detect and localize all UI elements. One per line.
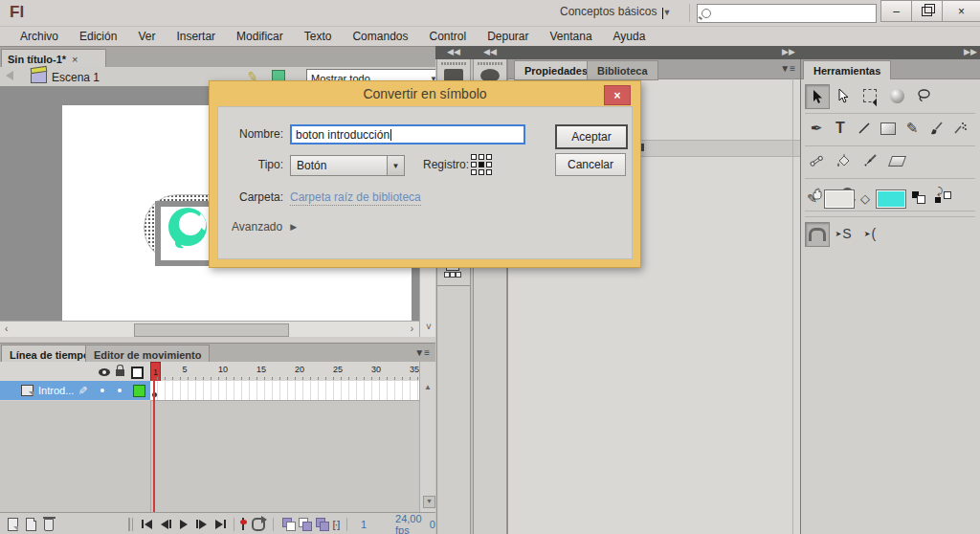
scroll-down-icon[interactable]: ▼ [423, 496, 435, 508]
registration-grid[interactable] [471, 154, 492, 175]
pane-resize-grip[interactable] [128, 518, 133, 531]
menu-modificar[interactable]: Modificar [226, 30, 294, 43]
layer-row[interactable]: Introd... ✎ [0, 381, 150, 400]
lock-layers-icon[interactable] [116, 369, 124, 376]
layer-name[interactable]: Introd... [38, 385, 74, 396]
dock-grip[interactable] [478, 62, 502, 65]
straighten-option[interactable]: ➤( [858, 222, 881, 245]
smooth-option[interactable]: ➤S [832, 222, 855, 245]
scroll-left-icon[interactable]: ‹ [5, 323, 8, 334]
registration-cell[interactable] [486, 162, 492, 167]
subselection-tool[interactable] [832, 84, 855, 107]
rectangle-tool[interactable] [877, 117, 900, 140]
lasso-tool[interactable] [912, 84, 935, 107]
brush-tool[interactable] [924, 117, 947, 140]
registration-cell[interactable] [486, 169, 492, 175]
tab-propiedades[interactable]: Propiedades [514, 60, 598, 80]
search-input[interactable] [711, 6, 876, 21]
close-button[interactable]: × [942, 0, 980, 22]
layer-visible-dot[interactable] [100, 389, 104, 392]
snap-to-objects-toggle[interactable] [805, 222, 830, 247]
layer-outline-color[interactable] [133, 385, 145, 397]
menu-comandos[interactable]: Comandos [342, 30, 418, 43]
help-search[interactable] [697, 4, 877, 23]
onion-skin-button[interactable] [282, 518, 291, 530]
play-button[interactable] [180, 520, 188, 529]
tab-biblioteca[interactable]: Biblioteca [587, 60, 658, 80]
delete-layer-button[interactable] [44, 519, 53, 531]
accept-button[interactable]: Aceptar [555, 124, 628, 149]
symbol-type-dropdown[interactable]: Botón ▼ [290, 155, 405, 176]
playhead-line[interactable] [153, 381, 155, 512]
library-root-folder-link[interactable]: Carpeta raíz de biblioteca [290, 190, 421, 206]
go-to-last-frame-button[interactable] [215, 520, 226, 529]
loop-button[interactable] [252, 518, 266, 531]
scroll-down-icon[interactable]: ˅ [426, 322, 432, 332]
document-tab[interactable]: Sin título-1* × [1, 49, 106, 69]
registration-cell-selected[interactable] [479, 162, 484, 167]
pencil-tool[interactable]: ✎ [901, 117, 924, 140]
fill-color-swatch[interactable] [876, 189, 906, 209]
scene-breadcrumb[interactable]: Escena 1 [52, 71, 100, 84]
selection-tool[interactable] [805, 84, 830, 109]
timeline-vertical-scrollbar[interactable]: ▲ ▼ [419, 362, 436, 512]
pen-tool[interactable]: ✒ [805, 117, 828, 140]
scrollbar-thumb[interactable] [134, 323, 289, 337]
scroll-right-icon[interactable]: › [411, 323, 413, 334]
go-to-first-frame-button[interactable] [142, 520, 152, 529]
menu-ver[interactable]: Ver [127, 30, 166, 43]
collapse-panels-icon[interactable]: ▶▶ [782, 47, 795, 56]
onion-skin-outlines-button[interactable] [299, 518, 307, 530]
menu-insertar[interactable]: Insertar [166, 30, 226, 43]
menu-ventana[interactable]: Ventana [540, 30, 603, 43]
eyedropper-tool[interactable] [858, 149, 881, 172]
menu-control[interactable]: Control [418, 30, 477, 43]
spray-brush-tool[interactable] [948, 117, 971, 140]
workspace-switcher[interactable]: Conceptos básicos▼ [560, 5, 679, 21]
symbol-name-input[interactable]: boton introducción [290, 124, 525, 145]
menu-depurar[interactable]: Depurar [477, 30, 539, 43]
stroke-color-swatch[interactable] [824, 189, 855, 209]
modify-markers-button[interactable]: [·] [332, 519, 339, 530]
menu-archivo[interactable]: Archivo [10, 30, 69, 43]
back-arrow-icon[interactable] [6, 71, 13, 80]
panel-menu-icon[interactable]: ▼≡ [414, 347, 430, 358]
layer-lock-dot[interactable] [118, 389, 122, 392]
registration-cell[interactable] [486, 154, 492, 160]
bone-tool[interactable] [805, 149, 828, 172]
frame-rate-value[interactable]: 24,00 fps [395, 513, 424, 534]
frame-ruler[interactable]: 1 5 10 15 20 25 30 35 [150, 362, 419, 381]
registration-cell[interactable] [471, 169, 477, 175]
free-transform-tool[interactable] [858, 84, 881, 107]
tab-close-icon[interactable]: × [72, 54, 78, 65]
text-tool[interactable]: T [829, 117, 852, 140]
layer-frames-track[interactable] [150, 381, 419, 401]
advanced-expander[interactable]: Avanzado ▶ [232, 220, 297, 234]
new-layer-button[interactable] [8, 518, 18, 531]
menu-edicion[interactable]: Edición [69, 30, 127, 43]
stage-horizontal-scrollbar[interactable]: ‹ › [0, 321, 419, 338]
dialog-close-button[interactable]: × [604, 85, 631, 105]
center-frame-button[interactable] [242, 518, 244, 530]
swap-colors-button[interactable] [935, 191, 952, 205]
menu-texto[interactable]: Texto [294, 30, 343, 43]
tab-herramientas[interactable]: Herramientas [803, 60, 891, 79]
registration-cell[interactable] [471, 154, 477, 160]
cancel-button[interactable]: Cancelar [555, 153, 626, 176]
menu-ayuda[interactable]: Ayuda [603, 30, 657, 43]
show-hide-layers-icon[interactable] [99, 368, 110, 376]
expand-panels-icon[interactable]: ◀◀ [447, 47, 460, 56]
eraser-tool[interactable] [885, 149, 908, 172]
paint-bucket-tool[interactable] [832, 149, 855, 172]
registration-cell[interactable] [479, 169, 484, 175]
minimize-button[interactable]: – [880, 0, 912, 22]
line-tool[interactable] [853, 117, 876, 140]
registration-cell[interactable] [479, 154, 484, 160]
restore-button[interactable] [911, 0, 943, 22]
playhead[interactable]: 1 [150, 362, 161, 383]
edit-multiple-frames-button[interactable] [316, 518, 324, 530]
collapse-panels-icon[interactable]: ▶▶ [964, 47, 977, 56]
panel-menu-icon[interactable]: ▼≡ [780, 63, 795, 74]
step-back-button[interactable] [161, 520, 171, 529]
rotation-3d-tool[interactable] [885, 84, 908, 107]
